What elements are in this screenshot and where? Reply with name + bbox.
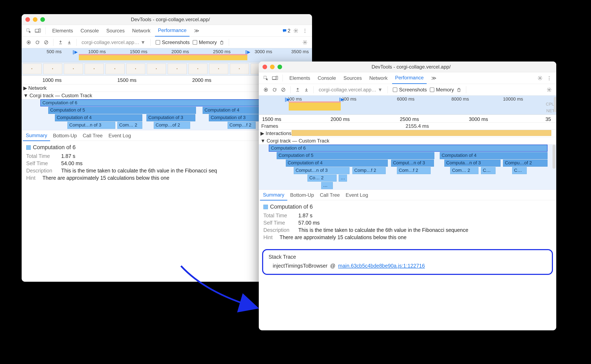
flame-event[interactable]: Computation of 6 bbox=[269, 145, 548, 152]
flame-event[interactable]: Co… 2 bbox=[308, 175, 336, 182]
garbage-collect-icon[interactable] bbox=[455, 86, 463, 93]
tab-event-log[interactable]: Event Log bbox=[343, 190, 371, 201]
minimap-overview[interactable]: 500 ms 1000 ms 1500 ms 2000 ms 2500 ms 3… bbox=[22, 48, 312, 62]
device-toolbar-icon[interactable] bbox=[34, 27, 42, 34]
recording-dropdown[interactable]: corgi-collage.vercel.app…▼ bbox=[80, 39, 147, 46]
screenshots-checkbox[interactable]: Screenshots bbox=[393, 87, 427, 93]
flame-event[interactable]: Computation of 4 bbox=[440, 152, 548, 159]
tab-elements[interactable]: Elements bbox=[49, 25, 76, 37]
download-icon[interactable] bbox=[303, 86, 310, 93]
flame-event[interactable]: Compu…of 2 bbox=[503, 160, 548, 167]
record-icon[interactable] bbox=[25, 39, 33, 46]
titlebar[interactable]: DevTools - corgi-collage.vercel.app/ bbox=[259, 61, 556, 72]
flame-event[interactable]: Comput…n of 3 bbox=[391, 160, 434, 167]
screenshots-checkbox[interactable]: Screenshots bbox=[156, 39, 189, 45]
screenshot-thumb[interactable] bbox=[126, 64, 145, 74]
scrollbar[interactable] bbox=[552, 145, 555, 169]
flame-event[interactable]: Com…f 2 bbox=[397, 167, 431, 174]
track-custom-header[interactable]: ▼ Corgi track — Custom Track bbox=[259, 137, 556, 145]
screenshot-thumb[interactable] bbox=[22, 64, 42, 74]
range-handle-left-icon[interactable]: ‖▶ bbox=[285, 97, 290, 102]
tab-network[interactable]: Network bbox=[129, 25, 153, 37]
range-handle-right-icon[interactable]: ‖▶ bbox=[339, 97, 344, 102]
flame-event[interactable]: C… bbox=[481, 167, 496, 174]
kebab-icon[interactable]: ⋮ bbox=[301, 27, 309, 34]
flame-event[interactable]: Computation of 4 bbox=[286, 160, 388, 167]
close-icon[interactable] bbox=[25, 17, 30, 22]
tab-sources[interactable]: Sources bbox=[103, 25, 128, 37]
flame-event[interactable]: Comput…n of 3 bbox=[294, 167, 349, 174]
tab-summary[interactable]: Summary bbox=[23, 130, 50, 141]
tab-bottom-up[interactable]: Bottom-Up bbox=[50, 130, 80, 141]
download-icon[interactable] bbox=[66, 39, 73, 46]
reload-icon[interactable] bbox=[34, 39, 41, 46]
more-tabs-icon[interactable]: ≫ bbox=[428, 72, 439, 84]
tab-call-tree[interactable]: Call Tree bbox=[317, 190, 343, 201]
flame-event[interactable]: Com… 2 bbox=[450, 167, 478, 174]
screenshot-thumb[interactable] bbox=[209, 64, 228, 74]
inspect-element-icon[interactable] bbox=[25, 27, 33, 34]
screenshot-thumb[interactable] bbox=[168, 64, 187, 74]
tab-event-log[interactable]: Event Log bbox=[106, 130, 134, 141]
memory-checkbox[interactable]: Memory bbox=[193, 39, 217, 45]
tab-sources[interactable]: Sources bbox=[341, 72, 365, 84]
flame-event[interactable]: Computation of 4 bbox=[55, 114, 142, 121]
kebab-icon[interactable]: ⋮ bbox=[545, 74, 553, 82]
flame-event[interactable]: Computation of 5 bbox=[277, 152, 434, 159]
stack-source-link[interactable]: main.63cb5c4bde8be90a.js:1:122716 bbox=[338, 263, 425, 269]
tab-performance[interactable]: Performance bbox=[155, 25, 189, 37]
flame-event[interactable]: Computation of 5 bbox=[48, 107, 196, 114]
gear-icon[interactable] bbox=[536, 74, 544, 82]
tab-elements[interactable]: Elements bbox=[286, 72, 313, 84]
flame-event[interactable]: Comput…n of 3 bbox=[67, 122, 115, 129]
recording-dropdown[interactable]: corgi-collage.vercel.app…▼ bbox=[317, 86, 384, 93]
flame-event[interactable]: Computa…n of 3 bbox=[444, 160, 501, 167]
track-interactions-header[interactable]: ▶ Interactions bbox=[259, 130, 556, 137]
tab-summary[interactable]: Summary bbox=[260, 190, 287, 201]
gear-icon[interactable] bbox=[292, 27, 300, 34]
tab-call-tree[interactable]: Call Tree bbox=[80, 130, 106, 141]
timeline-ruler[interactable]: 1500 ms 2000 ms 2500 ms 3000 ms 35 bbox=[259, 115, 556, 123]
screenshot-thumb[interactable] bbox=[230, 64, 249, 74]
flame-event[interactable]: C… bbox=[512, 167, 527, 174]
device-toolbar-icon[interactable] bbox=[271, 74, 279, 82]
memory-checkbox[interactable]: Memory bbox=[430, 87, 454, 93]
flame-event[interactable]: Comp…f 2 bbox=[352, 167, 386, 174]
inspect-element-icon[interactable] bbox=[262, 74, 270, 82]
garbage-collect-icon[interactable] bbox=[218, 39, 226, 46]
range-handle-left-icon[interactable]: ‖▶ bbox=[72, 49, 78, 54]
tab-console[interactable]: Console bbox=[315, 72, 339, 84]
upload-icon[interactable] bbox=[294, 86, 302, 93]
clear-icon[interactable] bbox=[280, 86, 287, 93]
flame-event[interactable]: Comp…of 2 bbox=[154, 122, 190, 129]
titlebar[interactable]: DevTools - corgi-collage.vercel.app/ bbox=[22, 14, 312, 25]
close-icon[interactable] bbox=[262, 65, 267, 69]
clear-icon[interactable] bbox=[42, 39, 50, 46]
panel-gear-icon[interactable] bbox=[301, 39, 309, 46]
tab-console[interactable]: Console bbox=[78, 25, 102, 37]
screenshot-thumb[interactable] bbox=[43, 64, 62, 74]
reload-icon[interactable] bbox=[271, 86, 278, 93]
minimap-overview[interactable]: )00 ms )00 ms 6000 ms 8000 ms 10000 ms ‖… bbox=[259, 96, 556, 115]
panel-gear-icon[interactable] bbox=[545, 86, 553, 93]
flame-event[interactable]: Computation of 3 bbox=[147, 114, 195, 121]
upload-icon[interactable] bbox=[57, 39, 64, 46]
screenshot-thumb[interactable] bbox=[106, 64, 125, 74]
scrollbar[interactable] bbox=[554, 97, 556, 112]
flame-event[interactable]: Comp…f 2 bbox=[228, 122, 256, 129]
tab-network[interactable]: Network bbox=[366, 72, 390, 84]
record-icon[interactable] bbox=[262, 86, 270, 93]
flame-event[interactable]: … bbox=[339, 175, 347, 182]
screenshot-thumb[interactable] bbox=[85, 64, 104, 74]
more-tabs-icon[interactable]: ≫ bbox=[191, 25, 202, 37]
flame-event[interactable]: Com… 2 bbox=[117, 122, 142, 129]
tab-bottom-up[interactable]: Bottom-Up bbox=[287, 190, 317, 201]
flame-event[interactable]: … bbox=[321, 182, 333, 189]
issues-icon[interactable]: 2 bbox=[282, 27, 290, 34]
screenshot-thumb[interactable] bbox=[147, 64, 166, 74]
range-handle-right-icon[interactable]: ‖▶ bbox=[245, 49, 250, 54]
screenshot-thumb[interactable] bbox=[64, 64, 83, 74]
flame-chart[interactable]: Computation of 6 Computation of 5 Comput… bbox=[259, 145, 556, 189]
tab-performance[interactable]: Performance bbox=[392, 72, 426, 84]
screenshot-thumb[interactable] bbox=[188, 64, 208, 74]
